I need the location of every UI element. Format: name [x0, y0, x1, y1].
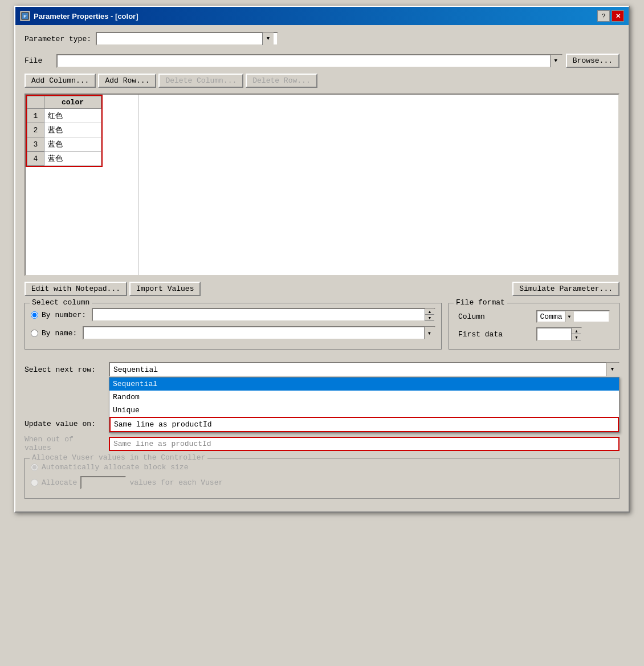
title-bar-left: P Parameter Properties - [color]: [20, 11, 138, 21]
allocate-group-title: Allocate Vuser values in the Controller: [30, 453, 207, 462]
by-number-radio[interactable]: [31, 311, 38, 319]
param-type-input[interactable]: File: [97, 35, 262, 43]
select-next-row-list: Sequential Random Unique Same line as pr…: [109, 377, 619, 433]
by-name-input[interactable]: [84, 329, 424, 338]
by-number-spinner[interactable]: ▲ ▼: [425, 308, 434, 321]
by-number-input-container[interactable]: 1 ▲ ▼: [92, 308, 435, 322]
dropdown-item-unique[interactable]: Unique: [109, 404, 619, 417]
column-label: Column: [455, 308, 533, 325]
select-next-row-dropdown[interactable]: Sequential ▼ Sequential Random Unique Sa…: [109, 362, 619, 377]
auto-allocate-radio[interactable]: [31, 464, 38, 471]
row-num-1: 1: [27, 109, 44, 123]
dropdown-item-sequential[interactable]: Sequential: [109, 377, 619, 391]
file-input[interactable]: color.dat: [58, 56, 550, 65]
file-label: File: [25, 56, 53, 65]
simulate-param-button[interactable]: Simulate Parameter...: [512, 282, 619, 296]
row-num-2: 2: [27, 123, 44, 137]
first-data-value-cell: 1 ▲ ▼: [533, 325, 613, 343]
by-number-input[interactable]: 1: [93, 311, 425, 319]
cell-2-1[interactable]: 蓝色: [44, 123, 101, 137]
allocate-input[interactable]: [80, 476, 126, 489]
by-number-row: By number: 1 ▲ ▼: [31, 308, 435, 322]
first-data-spinner[interactable]: ▲ ▼: [571, 328, 581, 340]
values-for-label: values for each Vuser: [129, 478, 223, 487]
when-out-row: When out of values Same line as productI…: [25, 435, 619, 452]
file-row: File color.dat ▼ Browse...: [25, 54, 619, 68]
data-table: color 1 红色 2 蓝色 3: [27, 96, 101, 166]
first-data-input-container[interactable]: 1 ▲ ▼: [536, 327, 582, 341]
svg-text:P: P: [23, 14, 27, 19]
table-row: 4 蓝色: [27, 152, 101, 166]
table-row: 1 红色: [27, 109, 101, 123]
auto-allocate-row: Automatically allocate block size: [31, 463, 613, 472]
when-out-label: When out of values: [25, 435, 104, 452]
file-dropdown-arrow[interactable]: ▼: [550, 55, 561, 67]
delete-column-button[interactable]: Delete Column...: [158, 74, 243, 88]
by-name-radio[interactable]: [31, 330, 38, 337]
table-row: 2 蓝色: [27, 123, 101, 137]
by-number-up-arrow[interactable]: ▲: [425, 308, 434, 315]
cell-3-1[interactable]: 蓝色: [44, 137, 101, 152]
param-type-row: Parameter type: File ▼: [25, 32, 619, 46]
select-next-row-arrow[interactable]: ▼: [606, 363, 618, 376]
delete-row-button[interactable]: Delete Row...: [246, 74, 317, 88]
allocate-vuser-group: Allocate Vuser values in the Controller …: [25, 458, 619, 499]
row-num-4: 4: [27, 152, 44, 166]
comma-value: Comma: [537, 312, 564, 321]
close-button[interactable]: ✕: [612, 10, 624, 22]
allocate-label: Allocate: [42, 478, 77, 487]
toolbar-row: Add Column... Add Row... Delete Column..…: [25, 74, 619, 88]
allocate-row: Allocate values for each Vuser: [31, 476, 613, 489]
row-num-header: [27, 96, 44, 109]
by-name-input-container[interactable]: ▼: [83, 326, 435, 340]
select-next-row-label: Select next row:: [25, 366, 104, 374]
select-next-row-section: Select next row: Sequential ▼ Sequential…: [25, 362, 619, 377]
add-column-button[interactable]: Add Column...: [25, 74, 96, 88]
browse-button[interactable]: Browse...: [566, 54, 619, 68]
when-out-value: Same line as productId: [109, 437, 619, 451]
help-button[interactable]: ?: [597, 10, 610, 22]
first-data-label: First data: [455, 325, 533, 343]
main-window: P Parameter Properties - [color] ? ✕ Par…: [14, 6, 630, 513]
bottom-buttons: Edit with Notepad... Import Values Simul…: [25, 282, 619, 296]
edit-notepad-button[interactable]: Edit with Notepad...: [25, 282, 127, 296]
select-next-row-row: Select next row: Sequential ▼ Sequential…: [25, 362, 619, 377]
select-next-row-selected[interactable]: Sequential ▼: [109, 362, 619, 377]
column-value-cell: Comma ▼: [533, 308, 613, 325]
title-bar-buttons: ? ✕: [597, 10, 624, 22]
by-number-down-arrow[interactable]: ▼: [425, 315, 434, 321]
file-format-title: File format: [454, 298, 507, 307]
cell-4-1[interactable]: 蓝色: [44, 152, 101, 166]
dropdown-item-same-line[interactable]: Same line as productId: [109, 417, 619, 432]
allocate-radio[interactable]: [31, 479, 38, 486]
auto-allocate-label: Automatically allocate block size: [42, 463, 188, 472]
dropdown-item-random[interactable]: Random: [109, 391, 619, 404]
select-next-row-value: Sequential: [110, 366, 606, 374]
select-column-title: Select column: [30, 298, 92, 307]
two-col-section: Select column By number: 1 ▲ ▼ By: [25, 303, 619, 355]
title-bar: P Parameter Properties - [color] ? ✕: [15, 7, 629, 25]
table-container: color 1 红色 2 蓝色 3: [25, 94, 619, 276]
row-num-3: 3: [27, 137, 44, 152]
first-data-down-arrow[interactable]: ▼: [572, 334, 581, 340]
add-row-button[interactable]: Add Row...: [98, 74, 156, 88]
param-type-arrow[interactable]: ▼: [262, 33, 274, 45]
param-type-dropdown[interactable]: File ▼: [96, 32, 278, 46]
comma-arrow[interactable]: ▼: [565, 311, 574, 322]
comma-select[interactable]: Comma ▼: [536, 310, 610, 323]
import-values-button[interactable]: Import Values: [129, 282, 201, 296]
by-name-row: By name: ▼: [31, 326, 435, 340]
first-data-up-arrow[interactable]: ▲: [572, 328, 581, 334]
by-name-arrow[interactable]: ▼: [424, 327, 434, 339]
update-value-label: Update value on:: [25, 420, 104, 428]
content-area: Parameter type: File ▼ File color.dat ▼ …: [15, 25, 629, 511]
app-icon: P: [20, 11, 30, 21]
by-name-label: By name:: [42, 329, 77, 338]
param-type-label: Parameter type:: [25, 35, 91, 43]
file-input-container[interactable]: color.dat ▼: [56, 54, 563, 68]
first-data-input[interactable]: 1: [537, 330, 571, 339]
by-number-label: By number:: [42, 311, 86, 319]
cell-1-1[interactable]: 红色: [44, 109, 101, 123]
select-column-group: Select column By number: 1 ▲ ▼ By: [25, 303, 442, 350]
file-format-group: File format Column Comma ▼ First data: [449, 303, 619, 350]
